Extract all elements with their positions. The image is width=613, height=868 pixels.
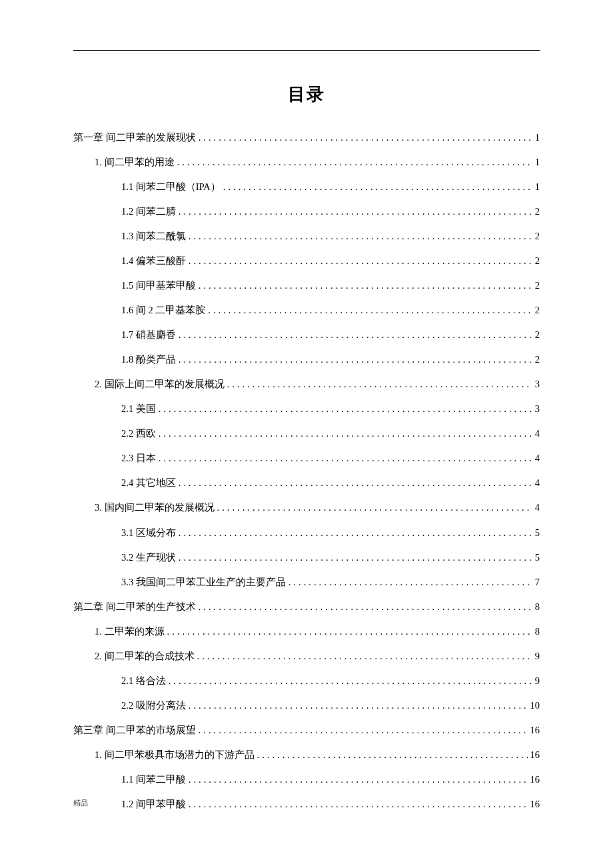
toc-entry-page: 4	[535, 427, 540, 440]
toc-entry-page: 9	[535, 675, 540, 687]
toc-entry: 1.3 间苯二酰氯2	[73, 230, 540, 243]
toc-entry: 3.2 生产现状5	[73, 551, 540, 564]
toc-entry: 3. 国内间二甲苯的发展概况4	[73, 501, 540, 514]
toc-entry-page: 8	[535, 601, 540, 613]
toc-entry: 1.7 硝基麝香2	[73, 329, 540, 341]
toc-entry-label: 第一章 间二甲苯的发展现状	[73, 131, 196, 144]
toc-entry-page: 3	[535, 403, 540, 415]
toc-entry-page: 16	[530, 724, 540, 737]
toc-entry-label: 1. 间二甲苯极具市场潜力的下游产品	[95, 749, 255, 761]
toc-leader-dots	[208, 304, 532, 317]
toc-leader-dots	[189, 798, 528, 811]
toc-entry-label: 1.2 间甲苯甲酸	[121, 798, 186, 811]
toc-entry: 1.1 间苯二甲酸16	[73, 773, 540, 786]
toc-entry-label: 2. 国际上间二甲苯的发展概况	[95, 378, 225, 391]
toc-leader-dots	[189, 773, 528, 786]
toc-entry: 2.2 吸附分离法10	[73, 699, 540, 712]
toc-entry-page: 1	[535, 131, 540, 144]
toc-entry-label: 1.1 间苯二甲酸（IPA）	[121, 181, 221, 193]
toc-leader-dots	[179, 477, 532, 489]
toc-entry-page: 2	[535, 304, 540, 317]
toc-entry-page: 9	[535, 650, 540, 663]
toc-entry: 第三章 间二甲苯的市场展望16	[73, 724, 540, 737]
toc-entry-label: 1.3 间苯二酰氯	[121, 230, 186, 243]
toc-entry-page: 16	[530, 798, 540, 811]
toc-entry-page: 16	[530, 773, 540, 786]
toc-leader-dots	[197, 650, 532, 663]
toc-entry-label: 3. 国内间二甲苯的发展概况	[95, 501, 215, 514]
horizontal-rule	[73, 50, 540, 51]
toc-leader-dots	[199, 279, 532, 292]
toc-entry: 3.3 我国间二甲苯工业生产的主要产品7	[73, 576, 540, 589]
toc-entry-page: 16	[530, 749, 540, 761]
toc-entry: 2. 国际上间二甲苯的发展概况3	[73, 378, 540, 391]
toc-entry-label: 3.3 我国间二甲苯工业生产的主要产品	[121, 576, 286, 589]
toc-entry-label: 1.6 间 2 二甲基苯胺	[121, 304, 205, 317]
toc-leader-dots	[227, 378, 532, 391]
toc-leader-dots	[177, 156, 532, 169]
toc-entry-page: 7	[535, 576, 540, 589]
toc-entry-label: 1. 间二甲苯的用途	[95, 156, 175, 169]
toc-entry: 2.1 络合法9	[73, 675, 540, 687]
toc-leader-dots	[189, 255, 532, 267]
toc-entry: 1.4 偏苯三酸酐2	[73, 255, 540, 267]
toc-entry-label: 2.4 其它地区	[121, 477, 176, 489]
toc-entry-label: 1.8 酚类产品	[121, 353, 176, 366]
toc-entry-page: 1	[535, 181, 540, 193]
toc-entry-label: 2.3 日本	[121, 452, 156, 465]
toc-entry: 2.3 日本4	[73, 452, 540, 465]
toc-entry-page: 8	[535, 625, 540, 638]
toc-entry-label: 第三章 间二甲苯的市场展望	[73, 724, 196, 737]
toc-leader-dots	[169, 675, 532, 687]
toc-leader-dots	[223, 181, 532, 193]
toc-entry-label: 1.7 硝基麝香	[121, 329, 176, 341]
toc-entry: 1.1 间苯二甲酸（IPA）1	[73, 181, 540, 193]
toc-leader-dots	[199, 724, 528, 737]
toc-entry-page: 3	[535, 378, 540, 391]
toc-entry: 1.5 间甲基苯甲酸2	[73, 279, 540, 292]
toc-entry-label: 2. 间二甲苯的合成技术	[95, 650, 195, 663]
toc-leader-dots	[189, 230, 532, 243]
toc-entry-label: 2.2 西欧	[121, 427, 156, 440]
toc-leader-dots	[159, 403, 532, 415]
toc-entry: 1. 二甲苯的来源8	[73, 625, 540, 638]
toc-entry-label: 2.2 吸附分离法	[121, 699, 186, 712]
toc-entry-label: 第二章 间二甲苯的生产技术	[73, 601, 196, 613]
toc-entry-page: 2	[535, 353, 540, 366]
toc-entry-page: 4	[535, 452, 540, 465]
toc-entry: 2.1 美国3	[73, 403, 540, 415]
toc-leader-dots	[199, 601, 532, 613]
toc-entry-page: 4	[535, 477, 540, 489]
toc-leader-dots	[199, 131, 532, 144]
toc-entry: 第一章 间二甲苯的发展现状1	[73, 131, 540, 144]
toc-entry: 3.1 区域分布5	[73, 527, 540, 539]
toc-leader-dots	[179, 527, 532, 539]
toc-entry-page: 10	[530, 699, 540, 712]
toc-entry-page: 2	[535, 279, 540, 292]
toc-leader-dots	[179, 551, 532, 564]
toc-entry-label: 1.4 偏苯三酸酐	[121, 255, 186, 267]
toc-entry: 2.4 其它地区4	[73, 477, 540, 489]
toc-entry: 1. 间二甲苯极具市场潜力的下游产品16	[73, 749, 540, 761]
page-title: 目录	[73, 83, 540, 106]
toc-entry: 第二章 间二甲苯的生产技术8	[73, 601, 540, 613]
toc-entry-label: 1.5 间甲基苯甲酸	[121, 279, 196, 292]
toc-entry-label: 1.1 间苯二甲酸	[121, 773, 186, 786]
toc-entry-page: 5	[535, 551, 540, 564]
toc-leader-dots	[289, 576, 532, 589]
toc-entry-label: 2.1 美国	[121, 403, 156, 415]
toc-leader-dots	[257, 749, 528, 761]
toc-entry-label: 2.1 络合法	[121, 675, 166, 687]
toc-leader-dots	[167, 625, 532, 638]
toc-leader-dots	[179, 205, 532, 218]
toc-leader-dots	[159, 452, 532, 465]
toc-entry-page: 4	[535, 501, 540, 514]
toc-entry-label: 3.2 生产现状	[121, 551, 176, 564]
toc-leader-dots	[189, 699, 528, 712]
toc-entry: 1.2 间甲苯甲酸16	[73, 798, 540, 811]
toc-leader-dots	[217, 501, 532, 514]
toc-leader-dots	[159, 427, 532, 440]
table-of-contents: 第一章 间二甲苯的发展现状11. 间二甲苯的用途11.1 间苯二甲酸（IPA）1…	[73, 131, 540, 811]
toc-entry-page: 2	[535, 329, 540, 341]
toc-entry: 1.8 酚类产品2	[73, 353, 540, 366]
